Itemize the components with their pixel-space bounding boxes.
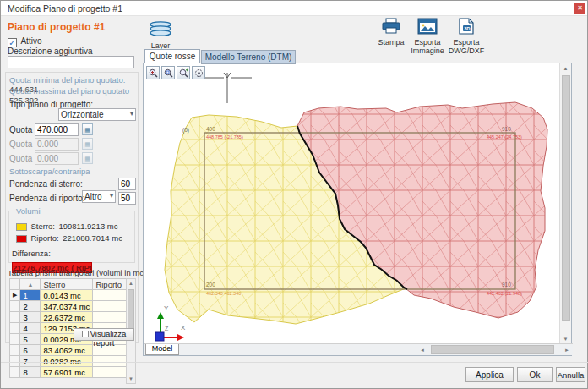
descrizione-input[interactable]: [8, 56, 134, 68]
canvas-hscroll-thumb[interactable]: [431, 345, 554, 354]
sort-asc-icon[interactable]: ▲: [20, 279, 41, 290]
drawing-canvas[interactable]: (0) 400 448.785 (-21.785) 910 445.247 (2…: [143, 63, 572, 356]
esporta-dwg-button[interactable]: 3D Esporta DWG/DXF: [447, 18, 486, 55]
close-icon[interactable]: ✕: [574, 3, 585, 14]
stampa-button[interactable]: Stampa: [376, 18, 406, 47]
differenza-label: Differenza:: [12, 249, 51, 258]
report-icon: [82, 331, 89, 337]
quota-min-label: Quota minima del piano quotato:: [9, 75, 125, 85]
pan-orbit-button[interactable]: [192, 66, 205, 79]
annulla-button[interactable]: Annulla: [556, 367, 585, 382]
label-bottom-left-quota: 462.340 462.340: [206, 291, 241, 296]
row-sterro[interactable]: 83.4062 mc: [41, 345, 93, 356]
window-title: Modifica Piano di progetto #1: [8, 3, 122, 14]
scroll-down-icon[interactable]: ▼: [127, 376, 135, 381]
table-row[interactable]: ▶ 1 0.0143 mc: [10, 290, 128, 301]
label-top-left: 400: [206, 126, 215, 132]
pendenza-sterro-label: Pendenza di sterro:: [9, 179, 83, 189]
visualizza-report-button[interactable]: Visualizza report: [74, 328, 134, 341]
row-riporto[interactable]: [93, 367, 128, 378]
row-id[interactable]: 6: [20, 345, 41, 356]
row-id[interactable]: 7: [20, 356, 41, 367]
table-row[interactable]: 2 347.0374 mc: [10, 301, 128, 312]
label-bottom-right: 910: [502, 282, 511, 288]
row-riporto[interactable]: [93, 301, 128, 312]
sterro-color-swatch: [16, 223, 27, 231]
row-riporto[interactable]: [93, 356, 128, 367]
row-id[interactable]: 8: [20, 367, 41, 378]
label-top-left-quota: 448.785 (-21.785): [206, 134, 243, 140]
row-sterro[interactable]: 0.0282 mc: [41, 356, 93, 367]
tab-modello-terreno-label: Modello Terreno (DTM): [205, 52, 292, 62]
mesh-drawing: (0) 400 448.785 (-21.785) 910 445.247 (2…: [144, 63, 560, 344]
ok-button[interactable]: Ok: [517, 367, 553, 382]
applica-label: Applica: [476, 370, 504, 380]
scroll-right-icon[interactable]: ►: [562, 348, 572, 353]
descrizione-label: Descrizione aggiuntiva: [8, 47, 93, 56]
row-sterro[interactable]: 22.6372 mc: [41, 312, 93, 323]
quota-p3-pick-button: ▦: [82, 152, 93, 164]
table-row[interactable]: 3 22.6372 mc: [10, 312, 128, 323]
tipo-piano-value: Orizzontale: [61, 110, 104, 119]
footer-divider: [1, 362, 588, 363]
scroll-up-icon[interactable]: ▲: [127, 279, 135, 286]
row-sterro[interactable]: 57.6901 mc: [41, 367, 93, 378]
zoom-extents-button[interactable]: [177, 66, 190, 79]
scroll-left-icon[interactable]: ◄: [417, 348, 427, 353]
canvas-vscroll-thumb[interactable]: [562, 75, 570, 321]
quota-input[interactable]: [35, 123, 79, 136]
tab-quote-rosse-label: Quote rosse: [150, 52, 195, 61]
table-row[interactable]: 7 0.0282 mc: [10, 356, 128, 367]
row-id[interactable]: 1: [20, 290, 41, 301]
pendenza-sterro-select[interactable]: Altro ▾: [82, 190, 116, 203]
zoom-window-button[interactable]: [161, 66, 175, 79]
row-riporto[interactable]: [93, 312, 128, 323]
section-marker-icon: [203, 73, 252, 103]
row-sterro[interactable]: 347.0374 mc: [41, 301, 93, 312]
layer-button[interactable]: Layer: [146, 19, 175, 50]
esporta-immagine-button[interactable]: Esporta Immagine: [410, 18, 445, 55]
row-riporto[interactable]: [93, 290, 128, 301]
tab-modello-terreno[interactable]: Modello Terreno (DTM): [201, 50, 296, 64]
attivo-label: Attivo: [20, 36, 41, 46]
label-origin: (0): [182, 127, 189, 134]
row-id[interactable]: 2: [20, 301, 41, 312]
row-id[interactable]: 4: [20, 323, 41, 334]
volumi-sterro-label: Sterro:: [30, 222, 55, 231]
scroll-up-icon[interactable]: ▲: [560, 63, 571, 71]
pendenza-sterro-value: Altro: [84, 192, 102, 201]
esporta-immagine-label: Esporta Immagine: [410, 38, 445, 55]
row-sterro[interactable]: 0.0143 mc: [41, 290, 93, 301]
tipo-piano-select[interactable]: Orizzontale ▾: [58, 108, 136, 121]
axis-x-label: X: [181, 324, 186, 331]
quota-p2-input: [35, 138, 79, 151]
tab-quote-rosse[interactable]: Quote rosse: [144, 49, 200, 63]
volumi-groupbox: Volumi Sterro: 199811.9213 mc Riporto: 2…: [8, 211, 135, 263]
col-header-riporto[interactable]: Riporto: [93, 279, 128, 290]
selector-header[interactable]: [10, 279, 20, 290]
axis-y-label: Y: [164, 304, 169, 312]
quota-p2-pick-button: ▦: [82, 138, 93, 150]
label-bottom-right-quota: 442.462 (21.948): [487, 291, 522, 296]
label-top-right-quota: 445.247 (24.753): [487, 134, 522, 140]
row-id[interactable]: 3: [20, 312, 41, 323]
pendenza-riporto-num-input[interactable]: [118, 192, 136, 205]
applica-button[interactable]: Applica: [466, 367, 514, 382]
canvas-vscrollbar[interactable]: ▲ ▼: [559, 63, 571, 344]
label-top-right: 910: [502, 126, 511, 132]
canvas-toolbar: [146, 66, 205, 79]
col-header-sterro[interactable]: Sterro: [41, 279, 93, 290]
quota-label: Quota: [9, 125, 32, 134]
table-row[interactable]: 8 57.6901 mc: [10, 367, 128, 378]
titlebar: Modifica Piano di progetto #1 ✕: [1, 1, 587, 16]
row-id[interactable]: 5: [20, 334, 41, 345]
zoom-in-button[interactable]: [146, 66, 160, 79]
tab-model[interactable]: Model: [145, 344, 179, 355]
axis-z-label: Z: [165, 326, 169, 331]
quota-pick-button[interactable]: ▦: [82, 123, 93, 135]
scroll-down-icon[interactable]: ▼: [560, 337, 571, 342]
pendenza-sterro-num-input[interactable]: [118, 178, 136, 190]
stampa-label: Stampa: [376, 38, 406, 47]
dwg-file-icon: 3D: [457, 18, 476, 35]
chevron-down-icon: ▾: [110, 192, 113, 200]
